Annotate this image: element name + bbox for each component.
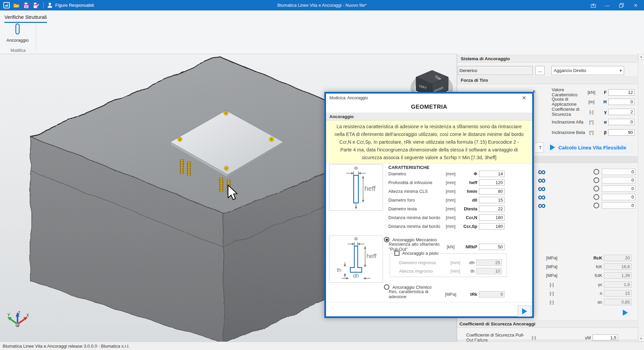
anchor-radio[interactable] <box>593 194 599 200</box>
material-row: [MPa] RcK <box>544 254 632 261</box>
caratteristiche-title: CARATTERISTICHE <box>388 165 429 170</box>
profondita-infissione-input[interactable] <box>479 179 505 186</box>
anchor-value-input[interactable] <box>602 185 636 192</box>
axis-triad-icon: Z Y X <box>7 311 29 327</box>
svg-text:dh: dh <box>353 273 359 279</box>
anchor-value-input[interactable] <box>602 202 636 209</box>
anchor-radio[interactable] <box>593 177 599 183</box>
alfa-input[interactable] <box>608 119 635 125</box>
anchor-radio[interactable] <box>593 169 599 175</box>
anchor-radio[interactable] <box>593 203 599 208</box>
calcolo-linea-vita-label: Calcolo Linea Vita Flessibile <box>558 145 626 150</box>
forza-row: Coefficiente di Sicurezza [-] γ <box>552 108 635 115</box>
field-row: Altezza minima CLS [mm] hmin <box>388 188 505 195</box>
field-row: Distanza minima dal bordo [mm] Ccr,N <box>388 214 505 221</box>
minimize-button[interactable]: — <box>602 1 613 10</box>
play-icon <box>623 310 628 316</box>
f-input[interactable] <box>608 89 635 96</box>
field-row: Diametro testa [mm] Dtesta <box>388 205 505 212</box>
geometria-heading: GEOMETRIA <box>326 104 532 110</box>
modifica-ancoraggio-dialog: Modicica: Ancoraggio ✕ GEOMETRIA Ancorag… <box>324 92 534 318</box>
field-row: Diametro foro [mm] d0 <box>388 197 505 203</box>
app-icon[interactable] <box>3 2 10 8</box>
svg-text:Φ: Φ <box>354 165 358 171</box>
panel-scrollbar[interactable]: ▲ ▼ <box>638 54 644 342</box>
dialog-separator <box>326 302 532 303</box>
anchor-diagram-piolo: Φ heff th dh <box>329 236 383 283</box>
material-row: [-] αc <box>544 299 632 305</box>
anchor-row: ∞ <box>538 168 636 175</box>
ribbon: Verifiche Strutturali Ancoraggio Modific… <box>0 10 644 54</box>
fck-input[interactable] <box>604 264 632 270</box>
panel-divider <box>457 340 638 341</box>
aggancio-dropdown-value: Aggancio Diretto <box>554 68 619 73</box>
svg-text:heff: heff <box>366 253 377 259</box>
forza-di-tiro-header: Forza di Tiro <box>457 76 638 84</box>
close-window-button[interactable]: ✕ <box>630 1 641 10</box>
scroll-up-icon[interactable]: ▲ <box>638 54 644 60</box>
material-row: [-] γc <box>544 281 632 288</box>
alphac-input[interactable] <box>604 299 632 305</box>
field-row: Res. caratteristica di adesione [MPa] tR… <box>389 291 505 298</box>
diametro-testa-input[interactable] <box>479 206 505 212</box>
figure-responsabili-button[interactable]: Figure Responsabili <box>55 3 94 8</box>
nrkp-input[interactable] <box>479 244 505 250</box>
diametro-input[interactable] <box>479 171 505 177</box>
coefficienti-sicurezza-header: Coefficienti di Sicurezza Ancoraggi <box>457 320 638 328</box>
anchor-value-input[interactable] <box>602 194 636 200</box>
material-row: [-] n <box>544 290 632 296</box>
ancoraggio-button-label: Ancoraggio <box>6 38 29 43</box>
field-row: Diametro [mm] Φ <box>388 170 505 177</box>
anchor-row: ∞ <box>538 202 636 209</box>
svg-text:heff: heff <box>364 185 376 192</box>
rck-input[interactable] <box>604 255 632 261</box>
ancoraggio-section-header: Ancoraggio <box>326 113 532 120</box>
dialog-close-button[interactable]: ✕ <box>521 95 527 101</box>
open-file-icon[interactable] <box>13 2 20 8</box>
anchor-radio[interactable] <box>593 186 599 191</box>
play-icon <box>550 144 555 150</box>
fctk-input[interactable] <box>604 272 632 279</box>
browse-button[interactable]: ... <box>535 66 545 75</box>
ccr-n-input[interactable] <box>479 214 505 221</box>
material-row: [MPa] fctK <box>544 272 632 279</box>
svg-text:Y: Y <box>7 313 10 317</box>
ancoraggio-button[interactable]: Ancoraggio <box>2 23 33 47</box>
anchor-value-input[interactable] <box>602 177 636 183</box>
material-row: [MPa] fcK <box>544 263 632 270</box>
sistema-name-input[interactable] <box>458 66 533 75</box>
anchor-row: ∞ <box>538 185 636 192</box>
calcolo-linea-vita-button[interactable]: Calcolo Linea Vita Flessibile <box>544 142 632 152</box>
h-input[interactable] <box>608 99 635 105</box>
forza-row: Valore Caratteristico [kN] F <box>552 89 635 96</box>
gammac-input[interactable] <box>604 281 632 288</box>
calcolo-ancoraggio-button[interactable] <box>619 307 632 318</box>
dialog-confirm-button[interactable] <box>518 306 531 317</box>
field-row: Diametro ringrosso [mm] dh <box>399 259 502 266</box>
svg-text:X: X <box>26 313 29 318</box>
aggancio-dropdown[interactable]: Aggancio Diretto ▾ <box>551 66 624 75</box>
scroll-down-icon[interactable]: ▼ <box>638 336 644 342</box>
partial-hidden-button[interactable]: T <box>534 142 543 152</box>
altezza-minima-cls-input[interactable] <box>479 188 505 195</box>
n-input[interactable] <box>604 290 632 296</box>
anchor-capsule-icon <box>14 23 21 36</box>
gamma-input[interactable] <box>608 109 635 115</box>
restore-button[interactable] <box>616 1 627 10</box>
anchor-row: ∞ <box>538 194 636 200</box>
ancoraggio-piolo-checkbox[interactable] <box>394 251 399 256</box>
field-row: Altezza ringrosso [mm] th <box>399 268 502 274</box>
warning-note: La resistenza caratteristica di adesione… <box>326 120 532 164</box>
anchor-value-input[interactable] <box>602 169 636 175</box>
ccr-sp-input[interactable] <box>479 223 505 230</box>
save-icon[interactable] <box>23 2 29 8</box>
diametro-foro-input[interactable] <box>479 197 505 203</box>
save-as-icon[interactable] <box>33 2 39 8</box>
play-icon <box>522 308 527 314</box>
ribbon-options-icon[interactable] <box>587 1 599 10</box>
window-title: Blumatica Linee Vita e Ancoraggi - Nuovo… <box>278 3 367 8</box>
status-bar: Blumatica Linee Vita e Ancoraggi release… <box>0 342 644 350</box>
beta-input[interactable] <box>608 129 635 136</box>
dh-input <box>476 259 502 266</box>
tab-verifiche-strutturali[interactable]: Verifiche Strutturali <box>4 14 47 23</box>
